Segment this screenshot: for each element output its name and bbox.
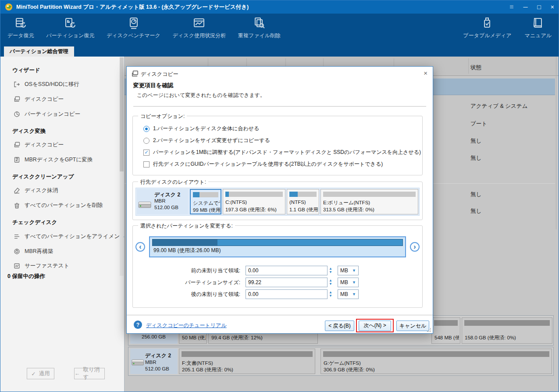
sidebar-item-disk-copy[interactable]: ディスクコピー — [14, 96, 64, 103]
partition-name: システムで予約 — [193, 200, 220, 207]
dialog-subheading: このページにおいて変更されたものを確認できます。 — [137, 92, 265, 99]
surface-test-icon — [14, 263, 20, 269]
scrollbar-thumb[interactable] — [120, 57, 124, 171]
disk2-info-tile[interactable]: ディスク 2 MBR 512.00 GB — [130, 349, 178, 374]
dropdown-icon: ▼ — [352, 292, 356, 296]
option-copy-without-resize[interactable]: 2.パーティションをサイズ変更せずにコピーする — [143, 137, 270, 144]
sidebar-item-align-all-partitions[interactable]: すべてのパーティションをアライメント — [14, 233, 125, 240]
sidebar-item-mbr-to-gpt[interactable]: MBRディスクをGPTに変換 — [14, 156, 93, 164]
option-align-1mb[interactable]: ✓ パーティションを1MBに調整する(アドバンスド・フォーマットディスクと SS… — [143, 149, 421, 156]
apply-button[interactable]: ✓ 適用 — [27, 368, 54, 379]
partition-size: 99.4 GB (使用済: 12%) — [211, 335, 317, 341]
spinner-down-icon[interactable]: ▼ — [329, 294, 332, 298]
unit-value: MB — [340, 267, 348, 274]
next-button[interactable]: 次へ(N) > — [359, 321, 391, 331]
unit-select[interactable]: MB ▼ — [338, 266, 359, 275]
usage-bar — [323, 351, 549, 357]
toolbar-bootable-media[interactable]: ブータブルメディア — [463, 17, 511, 39]
layout-partition-e[interactable]: E:ボリューム(NTFS) 313.5 GB (使用済: 0%) — [320, 189, 418, 214]
toolbar-label: パーティション復元 — [46, 32, 95, 39]
app-window: MiniTool Partition Wizard プロ・アルティメット版 13… — [0, 0, 559, 392]
layout-partition-system-reserved[interactable]: システムで予約 99 MB (使用済 — [190, 189, 221, 214]
unallocated-before-input[interactable] — [246, 266, 328, 275]
toolbar-label: ブータブルメディア — [463, 32, 511, 39]
cancel-button[interactable]: キャンセル — [396, 321, 429, 331]
layout-partition-ntfs[interactable]: (NTFS) 1.1 GB (使用済 — [287, 189, 319, 214]
unit-select[interactable]: MB ▼ — [338, 289, 359, 299]
layout-partition-c[interactable]: C:(NTFS) 197.3 GB (使用済: 6%) — [223, 189, 285, 214]
selected-partition-box[interactable]: 99.00 MB (使用済:26.00 MB) — [149, 236, 406, 257]
sidebar-item-surface-test[interactable]: サーファステスト — [14, 262, 69, 270]
sidebar-item-label: パーティションコピー — [25, 110, 80, 118]
previous-partition-button[interactable]: ‹ — [135, 242, 145, 252]
toolbar-data-recovery[interactable]: データ復元 — [7, 17, 34, 39]
rebuild-mbr-icon — [14, 248, 20, 255]
manual-book-icon — [531, 17, 545, 30]
disk2-partition-f[interactable]: F:文書(NTFS) 205.1 GB (使用済: 0%) — [179, 349, 315, 374]
toolbar-space-analyzer[interactable]: ディスク使用状況分析 — [173, 17, 226, 39]
target-layout-group: 行先ディスクのレイアウト: ディスク 2 MBR 512.00 GB システムで… — [132, 182, 423, 220]
field-label: 後の未割り当て領域: — [172, 291, 240, 298]
sidebar-scrollbar[interactable] — [120, 57, 124, 276]
partition-size-input[interactable] — [246, 278, 328, 287]
layout-disk-type: MBR — [154, 198, 166, 203]
partition-name: G:ゲーム(NTFS) — [324, 360, 551, 367]
resize-grip[interactable] — [427, 328, 431, 332]
unallocated-after-input[interactable] — [246, 289, 328, 299]
option-use-guid[interactable]: 行先ディスクにGUIDパーティションテーブルを使用する(2TB以上のディスクをサ… — [143, 160, 383, 168]
minimize-button[interactable]: ─ — [523, 0, 527, 14]
sidebar-item-wipe-disk[interactable]: ディスク抹消 — [14, 187, 58, 194]
menu-icon[interactable]: ≡ — [509, 0, 513, 14]
toolbar-label: データ復元 — [7, 32, 34, 39]
disk2-name: ディスク 2 — [145, 352, 171, 360]
close-button[interactable]: × — [551, 0, 554, 14]
checkbox-checked-icon[interactable]: ✓ — [143, 150, 150, 156]
dialog-close-icon[interactable]: × — [424, 69, 427, 77]
spinner-control[interactable]: ▲ ▼ — [328, 266, 334, 275]
unit-select[interactable]: MB ▼ — [338, 278, 359, 287]
disk1-partition-tile[interactable]: 548 MB (使用 — [431, 317, 460, 344]
spinner-down-icon[interactable]: ▼ — [329, 271, 332, 274]
disk1-partition-tile[interactable]: 158.0 GB (使用済: 0%) — [462, 317, 552, 344]
toolbar-manual[interactable]: マニュアル — [525, 17, 552, 39]
disk2-partition-g[interactable]: G:ゲーム(NTFS) 306.9 GB (使用済: 0%) — [320, 349, 552, 374]
back-button[interactable]: < 戻る(B) — [325, 321, 354, 331]
status-cell: アクティブ & システム — [470, 103, 527, 110]
help-icon[interactable]: ? — [134, 321, 142, 329]
toolbar-label: マニュアル — [525, 32, 552, 39]
sidebar-item-partition-copy[interactable]: パーティションコピー — [14, 110, 80, 118]
undo-button[interactable]: ← 取り消す — [74, 368, 105, 379]
sidebar-item-migrate-os[interactable]: OSをSSD/HDDに移行 — [14, 81, 79, 88]
spinner-down-icon[interactable]: ▼ — [329, 282, 332, 286]
group-legend: 行先ディスクのレイアウト: — [138, 178, 208, 186]
toolbar-label: ディスクベンチマーク — [107, 32, 160, 39]
column-divider — [468, 58, 469, 74]
sidebar-item-rebuild-mbr[interactable]: MBR再構築 — [14, 248, 53, 255]
toolbar-disk-benchmark[interactable]: ディスクベンチマーク — [107, 17, 160, 39]
radio-unselected-icon[interactable] — [143, 138, 150, 144]
sidebar-item-delete-all-partitions[interactable]: すべてのパーティションを削除 — [14, 202, 103, 209]
maximize-button[interactable]: □ — [537, 0, 541, 14]
pending-operations: 0 保留中の操作 — [7, 273, 45, 280]
toolbar-partition-recovery[interactable]: パーティション復元 — [46, 17, 95, 39]
unit-value: MB — [340, 291, 348, 297]
toolbar-duplicate-file-finder[interactable]: 重複ファイル削除 — [238, 17, 281, 39]
checkbox-unchecked-icon[interactable] — [143, 161, 150, 167]
sidebar-item-disk-copy2[interactable]: ディスクコピー — [14, 141, 64, 149]
highlight-box: 次へ(N) > — [356, 319, 394, 332]
sidebar-item-label: OSをSSD/HDDに移行 — [25, 81, 79, 88]
field-label: パーティションサイズ: — [172, 279, 240, 286]
option-fit-partitions[interactable]: 1.パーティションをディスク全体に合わせる — [143, 125, 259, 132]
spinner-control[interactable]: ▲ ▼ — [328, 278, 334, 287]
duplicate-file-finder-icon — [253, 17, 266, 30]
spinner-control[interactable]: ▲ ▼ — [328, 289, 334, 299]
partition-size-bar[interactable] — [152, 239, 403, 246]
radio-selected-icon[interactable] — [143, 126, 150, 132]
tutorial-link[interactable]: ディスクコピーのチュートリアル — [146, 322, 227, 329]
used-space-segment — [153, 239, 217, 246]
sidebar-item-label: サーファステスト — [25, 262, 69, 270]
next-partition-button[interactable]: › — [410, 242, 420, 252]
tab-partition-management[interactable]: パーティション総合管理 — [4, 46, 74, 57]
group-legend: 選択されたパーティションを変更する: — [138, 222, 235, 230]
usage-bar — [323, 192, 416, 197]
